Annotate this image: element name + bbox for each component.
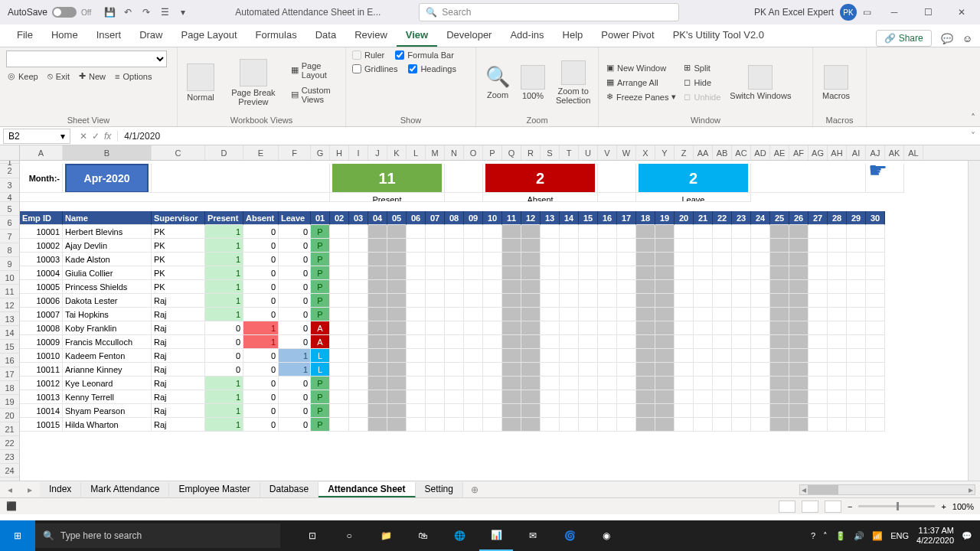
vertical-scrollbar[interactable] bbox=[968, 161, 980, 481]
sheet-tab-database[interactable]: Database bbox=[260, 482, 318, 497]
ribbon-tab-add-ins[interactable]: Add-ins bbox=[501, 24, 553, 47]
row-header-6[interactable]: 6 bbox=[0, 216, 19, 230]
task-view-icon[interactable]: ⊡ bbox=[296, 520, 329, 551]
outlook-icon[interactable]: ✉ bbox=[516, 520, 550, 551]
row-header-8[interactable]: 8 bbox=[0, 243, 19, 257]
row-header-10[interactable]: 10 bbox=[0, 271, 19, 285]
undo-icon[interactable]: ↶ bbox=[122, 6, 134, 18]
sheet-tab-index[interactable]: Index bbox=[40, 482, 81, 497]
row-header-23[interactable]: 23 bbox=[0, 450, 19, 464]
row-header-21[interactable]: 21 bbox=[0, 422, 19, 436]
col-header-Z[interactable]: Z bbox=[675, 145, 694, 160]
store-icon[interactable]: 🛍 bbox=[406, 520, 439, 551]
zoom-100-button[interactable]: 100% bbox=[518, 64, 548, 102]
row-headers[interactable]: 123456789101112131415161718192021222324 bbox=[0, 161, 20, 481]
cell-area[interactable]: Month:-Apr-20201122☛PresentAbsentLeaveEm… bbox=[20, 161, 968, 481]
ribbon-tab-insert[interactable]: Insert bbox=[87, 24, 131, 47]
page-layout-button[interactable]: ▦ Page Layout bbox=[289, 60, 339, 80]
row-header-14[interactable]: 14 bbox=[0, 326, 19, 340]
row-header-15[interactable]: 15 bbox=[0, 340, 19, 354]
search-box[interactable]: 🔍 Search bbox=[419, 3, 679, 21]
enter-icon[interactable]: ✓ bbox=[92, 131, 100, 142]
ribbon-tab-formulas[interactable]: Formulas bbox=[247, 24, 306, 47]
col-header-U[interactable]: U bbox=[579, 145, 598, 160]
hide-button[interactable]: ◻ Hide bbox=[682, 77, 722, 88]
row-header-12[interactable]: 12 bbox=[0, 298, 19, 312]
expand-formula-icon[interactable]: ˅ bbox=[966, 131, 980, 142]
col-header-AC[interactable]: AC bbox=[732, 145, 751, 160]
col-header-AG[interactable]: AG bbox=[808, 145, 828, 160]
col-header-AA[interactable]: AA bbox=[694, 145, 713, 160]
col-header-G[interactable]: G bbox=[311, 145, 330, 160]
macros-button[interactable]: Macros bbox=[819, 64, 853, 102]
switch-windows-button[interactable]: Switch Windows bbox=[727, 64, 794, 102]
exit-button[interactable]: ⦸ Exit bbox=[46, 70, 71, 82]
excel-icon[interactable]: 📊 bbox=[479, 520, 513, 551]
sheet-tab-mark-attendance[interactable]: Mark Attendance bbox=[81, 482, 169, 497]
sheet-tab-employee-master[interactable]: Employee Master bbox=[169, 482, 260, 497]
row-header-16[interactable]: 16 bbox=[0, 354, 19, 367]
col-header-F[interactable]: F bbox=[279, 145, 311, 160]
help-tray-icon[interactable]: ? bbox=[811, 531, 815, 540]
zoom-level[interactable]: 100% bbox=[952, 502, 974, 511]
row-header-20[interactable]: 20 bbox=[0, 409, 19, 422]
battery-icon[interactable]: 🔋 bbox=[835, 531, 846, 541]
zoom-button[interactable]: 🔍Zoom bbox=[482, 64, 513, 101]
record-macro-icon[interactable]: ⬛ bbox=[6, 501, 17, 511]
col-header-D[interactable]: D bbox=[205, 145, 243, 160]
row-header-9[interactable]: 9 bbox=[0, 257, 19, 271]
col-header-S[interactable]: S bbox=[541, 145, 560, 160]
headings-check[interactable]: Headings bbox=[408, 64, 456, 73]
collapse-ribbon-icon[interactable]: ˄ bbox=[971, 112, 975, 123]
touch-mode-icon[interactable]: ☰ bbox=[158, 6, 171, 18]
custom-views-button[interactable]: ▤ Custom Views bbox=[289, 85, 339, 105]
feedback-icon[interactable]: ☺ bbox=[962, 33, 972, 44]
formula-input[interactable]: 4/1/2020 bbox=[118, 131, 966, 142]
chrome-icon[interactable]: 🌐 bbox=[443, 520, 476, 551]
row-header-4[interactable]: 4 bbox=[0, 193, 19, 202]
taskbar-search[interactable]: 🔍 Type here to search bbox=[35, 523, 280, 548]
col-header-AI[interactable]: AI bbox=[847, 145, 866, 160]
ribbon-tab-review[interactable]: Review bbox=[345, 24, 397, 47]
ribbon-tab-pk-s-utility-tool-v2-0[interactable]: PK's Utility Tool V2.0 bbox=[664, 24, 773, 47]
col-header-P[interactable]: P bbox=[483, 145, 502, 160]
notifications-icon[interactable]: 💬 bbox=[962, 531, 972, 541]
col-header-O[interactable]: O bbox=[464, 145, 483, 160]
col-header-L[interactable]: L bbox=[407, 145, 426, 160]
row-header-2[interactable]: 2 bbox=[0, 164, 19, 178]
sheet-nav-prev[interactable]: ◂ bbox=[0, 484, 20, 495]
cancel-icon[interactable]: ✕ bbox=[80, 131, 87, 142]
ribbon-tab-power-pivot[interactable]: Power Pivot bbox=[592, 24, 663, 47]
col-header-K[interactable]: K bbox=[387, 145, 407, 160]
row-header-5[interactable]: 5 bbox=[0, 202, 19, 216]
keep-button[interactable]: ◎ Keep bbox=[6, 70, 40, 82]
unhide-button[interactable]: ◻ Unhide bbox=[682, 91, 722, 103]
col-header-R[interactable]: R bbox=[521, 145, 541, 160]
clock[interactable]: 11:37 AM 4/22/2020 bbox=[916, 526, 954, 546]
col-header-AK[interactable]: AK bbox=[885, 145, 904, 160]
col-header-B[interactable]: B bbox=[63, 145, 152, 160]
ruler-check[interactable]: Ruler bbox=[352, 51, 384, 60]
row-header-11[interactable]: 11 bbox=[0, 285, 19, 298]
redo-icon[interactable]: ↷ bbox=[140, 6, 152, 18]
col-header-W[interactable]: W bbox=[617, 145, 636, 160]
save-icon[interactable]: 💾 bbox=[103, 6, 116, 18]
gridlines-check[interactable]: Gridlines bbox=[352, 64, 397, 73]
page-break-preview-button[interactable]: Page Break Preview bbox=[222, 57, 285, 108]
new-window-button[interactable]: ▣ New Window bbox=[605, 62, 678, 73]
new-view-button[interactable]: ✚ New bbox=[77, 70, 107, 82]
row-header-3[interactable]: 3 bbox=[0, 178, 19, 193]
col-header-AF[interactable]: AF bbox=[789, 145, 808, 160]
col-header-E[interactable]: E bbox=[243, 145, 279, 160]
ribbon-tab-help[interactable]: Help bbox=[554, 24, 593, 47]
start-button[interactable]: ⊞ bbox=[0, 520, 35, 551]
formula-bar-check[interactable]: Formula Bar bbox=[395, 51, 454, 60]
col-header-T[interactable]: T bbox=[560, 145, 579, 160]
split-button[interactable]: ⊞ Split bbox=[682, 62, 722, 73]
ribbon-tab-data[interactable]: Data bbox=[306, 24, 345, 47]
col-header-Y[interactable]: Y bbox=[655, 145, 675, 160]
col-header-X[interactable]: X bbox=[636, 145, 655, 160]
ribbon-tab-page-layout[interactable]: Page Layout bbox=[172, 24, 247, 47]
col-header-AB[interactable]: AB bbox=[713, 145, 732, 160]
row-header-17[interactable]: 17 bbox=[0, 367, 19, 381]
